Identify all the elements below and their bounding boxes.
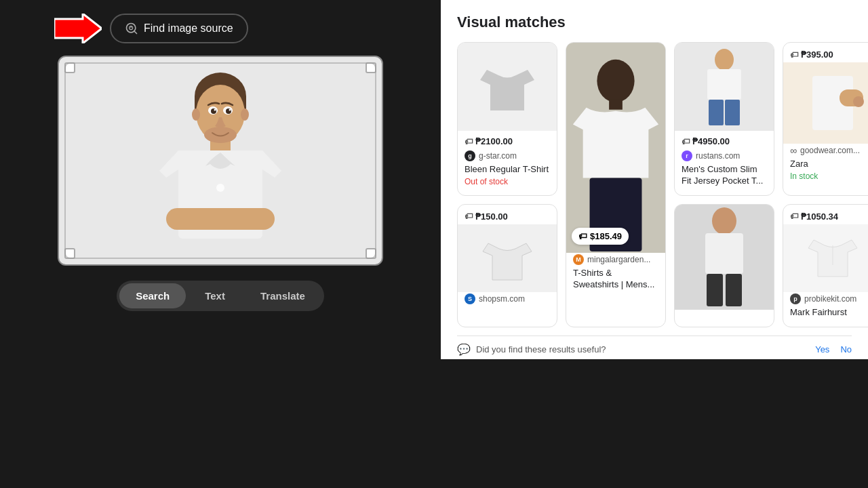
source-logo-1: g xyxy=(465,150,475,161)
svg-line-2 xyxy=(134,31,137,34)
feedback-bar: 💬 Did you find these results useful? Yes… xyxy=(457,336,852,359)
price-badge-1: 🏷 ₱2100.00 xyxy=(458,131,557,149)
result-card-6[interactable] xyxy=(674,204,774,327)
tab-search[interactable]: Search xyxy=(119,283,186,308)
tshirt-icon-1 xyxy=(477,56,538,117)
image-preview-container xyxy=(58,56,383,266)
price-badge-7: 🏷 ₱1050.34 xyxy=(783,205,868,224)
price-badge-4: 🏷 ₱395.00 xyxy=(783,43,868,62)
card-image-7 xyxy=(783,224,868,292)
result-card-2-large[interactable]: 🏷 $185.49 M mingalargarden... T-Shirts &… xyxy=(566,42,666,327)
card-title-1: Bleen Regular T-Shirt xyxy=(465,164,550,176)
tag-icon-4: 🏷 xyxy=(790,50,798,60)
tab-text[interactable]: Text xyxy=(189,283,241,308)
results-row-1: 🏷 ₱2100.00 g g-star.com Bleen Regular T-… xyxy=(457,42,852,327)
corner-handle-br[interactable] xyxy=(366,248,376,259)
svg-rect-26 xyxy=(707,69,741,100)
section-title: Visual matches xyxy=(457,14,852,31)
card-image-4 xyxy=(783,62,868,144)
card-source-5: S shopsm.com xyxy=(465,293,550,304)
card-title-3: Men's Custom Slim Fit Jersey Pocket T... xyxy=(682,164,767,187)
tag-icon-5: 🏷 xyxy=(465,211,473,221)
card-info-1: g g-star.com Bleen Regular T-Shirt Out o… xyxy=(458,149,557,193)
person-dark-icon xyxy=(566,43,665,253)
card-image-6 xyxy=(675,205,774,310)
price-badge-3: 🏷 ₱4950.00 xyxy=(675,131,774,149)
person-illustration xyxy=(59,57,382,264)
left-panel: Find image source xyxy=(0,0,441,359)
source-logo-7: p xyxy=(790,293,801,304)
card-status-1: Out of stock xyxy=(465,177,550,186)
card-image-1 xyxy=(458,43,557,131)
top-bar: Find image source xyxy=(0,14,248,43)
feedback-icon: 💬 xyxy=(457,343,471,356)
person-svg xyxy=(132,59,309,262)
bottom-tabs: Search Text Translate xyxy=(117,281,324,311)
tag-icon-3: 🏷 xyxy=(682,137,690,146)
result-card-3[interactable]: 🏷 ₱4950.00 r rustans.com Men's Custom Sl… xyxy=(674,42,774,196)
corner-handle-tr[interactable] xyxy=(366,62,376,73)
right-panel: Visual matches 🏷 ₱2100.00 xyxy=(441,0,868,359)
card-info-4: ∞ goodwear.com... Zara In stock xyxy=(783,144,868,188)
result-card-1[interactable]: 🏷 ₱2100.00 g g-star.com Bleen Regular T-… xyxy=(457,42,557,196)
tag-icon-1: 🏷 xyxy=(465,137,473,146)
card-source-3: r rustans.com xyxy=(682,150,767,161)
card-title-4: Zara xyxy=(790,159,868,170)
card-title-2: T-Shirts & Sweatshirts | Mens... xyxy=(573,268,658,291)
lens-icon xyxy=(125,22,138,35)
card-info-2: M mingalargarden... T-Shirts & Sweatshir… xyxy=(566,253,665,299)
svg-point-31 xyxy=(853,96,864,107)
tag-icon-overlay: 🏷 xyxy=(578,231,587,241)
red-arrow-icon xyxy=(54,14,102,43)
tshirt-back-icon xyxy=(806,228,860,289)
corner-handle-bl[interactable] xyxy=(64,248,75,259)
price-badge-5: 🏷 ₱150.00 xyxy=(458,205,557,224)
card-source-7: p probikekit.com xyxy=(790,293,868,304)
find-image-source-label: Find image source xyxy=(144,22,233,35)
person-arm-icon xyxy=(799,69,867,137)
app-wrapper: Find image source xyxy=(0,0,868,488)
svg-point-8 xyxy=(192,108,200,121)
card-image-5 xyxy=(458,224,557,292)
feedback-actions: Yes No xyxy=(815,344,852,354)
svg-rect-13 xyxy=(166,208,275,230)
svg-point-19 xyxy=(214,109,216,111)
price-overlay-2: 🏷 $185.49 xyxy=(572,228,629,245)
card-info-5: S shopsm.com xyxy=(458,292,557,314)
tshirt-light-icon xyxy=(480,231,534,285)
result-card-5[interactable]: 🏷 ₱150.00 S shopsm.com xyxy=(457,204,557,327)
feedback-question: 💬 Did you find these results useful? xyxy=(457,343,606,356)
infinity-icon: ∞ xyxy=(790,145,797,156)
person-white-jeans-icon xyxy=(694,46,755,127)
card-info-3: r rustans.com Men's Custom Slim Fit Jers… xyxy=(675,149,774,195)
svg-point-20 xyxy=(229,109,231,111)
svg-point-32 xyxy=(712,207,736,235)
card-source-2: M mingalargarden... xyxy=(573,254,658,265)
feedback-question-text: Did you find these results useful? xyxy=(476,344,606,354)
bottom-area xyxy=(0,359,868,488)
result-card-7[interactable]: 🏷 ₱1050.34 p probikekit.com xyxy=(783,204,868,327)
panels-row: Find image source xyxy=(0,0,868,359)
source-logo-3: r xyxy=(682,150,692,161)
tab-translate[interactable]: Translate xyxy=(244,283,321,308)
svg-rect-34 xyxy=(707,274,723,306)
source-logo-5: S xyxy=(465,293,475,304)
svg-point-14 xyxy=(216,184,224,192)
card-info-7: p probikekit.com Mark Fairhurst xyxy=(783,292,868,327)
svg-point-9 xyxy=(241,108,249,121)
corner-handle-tl[interactable] xyxy=(64,62,75,73)
svg-point-11 xyxy=(204,127,237,143)
svg-rect-35 xyxy=(726,274,742,306)
svg-rect-27 xyxy=(709,100,724,125)
svg-rect-23 xyxy=(609,100,623,110)
source-logo-2: M xyxy=(573,254,584,265)
svg-rect-28 xyxy=(725,100,740,125)
feedback-no-button[interactable]: No xyxy=(840,344,852,354)
find-image-source-button[interactable]: Find image source xyxy=(110,14,248,43)
card-source-4: ∞ goodwear.com... xyxy=(790,145,868,156)
card-status-4: In stock xyxy=(790,171,868,181)
result-card-4[interactable]: 🏷 ₱395.00 ∞ goodwe xyxy=(783,42,868,196)
card-image-3 xyxy=(675,43,774,131)
svg-rect-33 xyxy=(705,233,743,274)
feedback-yes-button[interactable]: Yes xyxy=(815,344,829,354)
